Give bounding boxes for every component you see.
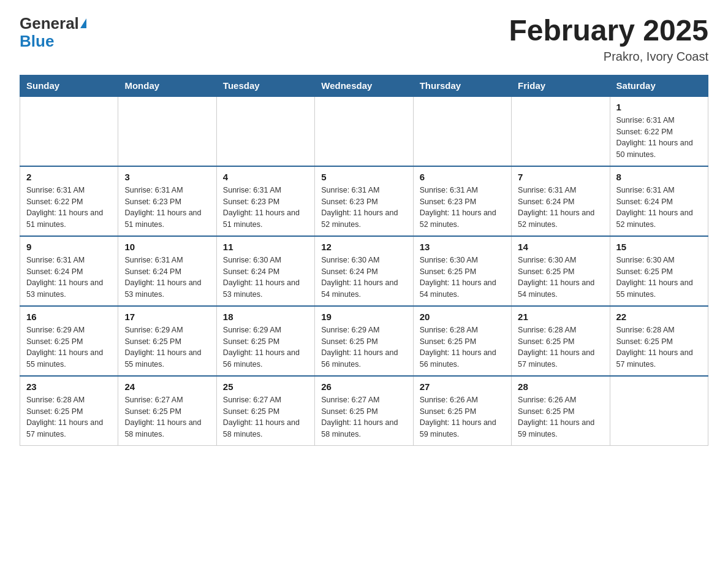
calendar-cell: 13Sunrise: 6:30 AMSunset: 6:25 PMDayligh… xyxy=(413,236,511,306)
calendar-cell: 2Sunrise: 6:31 AMSunset: 6:22 PMDaylight… xyxy=(20,166,118,236)
day-info: Sunrise: 6:29 AMSunset: 6:25 PMDaylight:… xyxy=(26,324,112,370)
day-info: Sunrise: 6:30 AMSunset: 6:24 PMDaylight:… xyxy=(321,255,406,301)
day-number: 17 xyxy=(124,312,210,322)
day-number: 21 xyxy=(518,312,603,322)
calendar-cell xyxy=(216,96,314,166)
logo-general-text: General xyxy=(20,15,79,33)
day-number: 3 xyxy=(124,172,210,182)
day-info: Sunrise: 6:28 AMSunset: 6:25 PMDaylight:… xyxy=(420,324,505,370)
day-number: 10 xyxy=(124,242,210,252)
logo: General Blue xyxy=(20,15,86,50)
day-info: Sunrise: 6:28 AMSunset: 6:25 PMDaylight:… xyxy=(616,324,702,370)
day-info: Sunrise: 6:31 AMSunset: 6:24 PMDaylight:… xyxy=(26,255,112,301)
calendar-cell: 26Sunrise: 6:27 AMSunset: 6:25 PMDayligh… xyxy=(315,376,413,446)
day-number: 20 xyxy=(420,312,505,322)
calendar-cell xyxy=(610,376,708,446)
day-number: 2 xyxy=(26,172,112,182)
day-number: 6 xyxy=(420,172,505,182)
calendar-cell: 8Sunrise: 6:31 AMSunset: 6:24 PMDaylight… xyxy=(610,166,708,236)
day-number: 12 xyxy=(321,242,406,252)
title-area: February 2025 Prakro, Ivory Coast xyxy=(509,15,708,64)
day-number: 26 xyxy=(321,381,406,392)
day-info: Sunrise: 6:31 AMSunset: 6:22 PMDaylight:… xyxy=(26,185,112,231)
calendar-cell: 11Sunrise: 6:30 AMSunset: 6:24 PMDayligh… xyxy=(216,236,314,306)
week-row-2: 9Sunrise: 6:31 AMSunset: 6:24 PMDaylight… xyxy=(20,236,708,306)
day-header-saturday: Saturday xyxy=(610,75,708,96)
calendar-cell: 28Sunrise: 6:26 AMSunset: 6:25 PMDayligh… xyxy=(512,376,610,446)
day-info: Sunrise: 6:31 AMSunset: 6:23 PMDaylight:… xyxy=(321,185,406,231)
calendar-cell xyxy=(315,96,413,166)
day-number: 25 xyxy=(223,381,308,392)
day-number: 18 xyxy=(223,312,308,322)
calendar-cell: 22Sunrise: 6:28 AMSunset: 6:25 PMDayligh… xyxy=(610,306,708,376)
day-info: Sunrise: 6:30 AMSunset: 6:25 PMDaylight:… xyxy=(420,255,505,301)
week-row-4: 23Sunrise: 6:28 AMSunset: 6:25 PMDayligh… xyxy=(20,376,708,446)
calendar-cell: 15Sunrise: 6:30 AMSunset: 6:25 PMDayligh… xyxy=(610,236,708,306)
calendar-cell: 27Sunrise: 6:26 AMSunset: 6:25 PMDayligh… xyxy=(413,376,511,446)
calendar-cell: 23Sunrise: 6:28 AMSunset: 6:25 PMDayligh… xyxy=(20,376,118,446)
day-info: Sunrise: 6:30 AMSunset: 6:25 PMDaylight:… xyxy=(616,255,702,301)
logo-blue-text: Blue xyxy=(20,32,54,50)
day-headers-row: SundayMondayTuesdayWednesdayThursdayFrid… xyxy=(20,75,708,96)
day-info: Sunrise: 6:30 AMSunset: 6:24 PMDaylight:… xyxy=(223,255,308,301)
calendar-title: February 2025 xyxy=(509,15,708,47)
calendar-cell: 17Sunrise: 6:29 AMSunset: 6:25 PMDayligh… xyxy=(118,306,216,376)
week-row-1: 2Sunrise: 6:31 AMSunset: 6:22 PMDaylight… xyxy=(20,166,708,236)
week-row-0: 1Sunrise: 6:31 AMSunset: 6:22 PMDaylight… xyxy=(20,96,708,166)
day-number: 1 xyxy=(616,102,702,112)
calendar-cell xyxy=(118,96,216,166)
day-info: Sunrise: 6:28 AMSunset: 6:25 PMDaylight:… xyxy=(26,394,112,440)
calendar-subtitle: Prakro, Ivory Coast xyxy=(509,50,708,64)
day-info: Sunrise: 6:28 AMSunset: 6:25 PMDaylight:… xyxy=(518,324,603,370)
day-info: Sunrise: 6:29 AMSunset: 6:25 PMDaylight:… xyxy=(124,324,210,370)
day-header-friday: Friday xyxy=(512,75,610,96)
calendar-cell xyxy=(20,96,118,166)
day-info: Sunrise: 6:31 AMSunset: 6:24 PMDaylight:… xyxy=(124,255,210,301)
day-info: Sunrise: 6:26 AMSunset: 6:25 PMDaylight:… xyxy=(420,394,505,440)
day-info: Sunrise: 6:30 AMSunset: 6:25 PMDaylight:… xyxy=(518,255,603,301)
logo-arrow-icon xyxy=(80,18,86,28)
calendar-cell: 3Sunrise: 6:31 AMSunset: 6:23 PMDaylight… xyxy=(118,166,216,236)
day-info: Sunrise: 6:26 AMSunset: 6:25 PMDaylight:… xyxy=(518,394,603,440)
calendar-cell xyxy=(413,96,511,166)
day-number: 13 xyxy=(420,242,505,252)
day-info: Sunrise: 6:31 AMSunset: 6:23 PMDaylight:… xyxy=(420,185,505,231)
day-info: Sunrise: 6:31 AMSunset: 6:23 PMDaylight:… xyxy=(223,185,308,231)
calendar-cell: 25Sunrise: 6:27 AMSunset: 6:25 PMDayligh… xyxy=(216,376,314,446)
day-number: 8 xyxy=(616,172,702,182)
day-header-thursday: Thursday xyxy=(413,75,511,96)
day-header-monday: Monday xyxy=(118,75,216,96)
day-info: Sunrise: 6:29 AMSunset: 6:25 PMDaylight:… xyxy=(223,324,308,370)
day-number: 5 xyxy=(321,172,406,182)
header: General Blue February 2025 Prakro, Ivory… xyxy=(20,15,708,64)
calendar-cell: 5Sunrise: 6:31 AMSunset: 6:23 PMDaylight… xyxy=(315,166,413,236)
day-info: Sunrise: 6:31 AMSunset: 6:23 PMDaylight:… xyxy=(124,185,210,231)
day-number: 9 xyxy=(26,242,112,252)
day-header-sunday: Sunday xyxy=(20,75,118,96)
calendar-cell: 6Sunrise: 6:31 AMSunset: 6:23 PMDaylight… xyxy=(413,166,511,236)
calendar-cell: 9Sunrise: 6:31 AMSunset: 6:24 PMDaylight… xyxy=(20,236,118,306)
calendar-cell xyxy=(512,96,610,166)
day-number: 7 xyxy=(518,172,603,182)
calendar-cell: 18Sunrise: 6:29 AMSunset: 6:25 PMDayligh… xyxy=(216,306,314,376)
day-header-tuesday: Tuesday xyxy=(216,75,314,96)
calendar-cell: 16Sunrise: 6:29 AMSunset: 6:25 PMDayligh… xyxy=(20,306,118,376)
day-info: Sunrise: 6:31 AMSunset: 6:24 PMDaylight:… xyxy=(616,185,702,231)
day-number: 11 xyxy=(223,242,308,252)
calendar-cell: 20Sunrise: 6:28 AMSunset: 6:25 PMDayligh… xyxy=(413,306,511,376)
day-info: Sunrise: 6:27 AMSunset: 6:25 PMDaylight:… xyxy=(321,394,406,440)
calendar-cell: 19Sunrise: 6:29 AMSunset: 6:25 PMDayligh… xyxy=(315,306,413,376)
calendar-cell: 12Sunrise: 6:30 AMSunset: 6:24 PMDayligh… xyxy=(315,236,413,306)
day-number: 16 xyxy=(26,312,112,322)
day-info: Sunrise: 6:31 AMSunset: 6:22 PMDaylight:… xyxy=(616,115,702,161)
day-number: 27 xyxy=(420,381,505,392)
calendar-table: SundayMondayTuesdayWednesdayThursdayFrid… xyxy=(20,75,708,446)
calendar-cell: 24Sunrise: 6:27 AMSunset: 6:25 PMDayligh… xyxy=(118,376,216,446)
day-number: 22 xyxy=(616,312,702,322)
calendar-cell: 7Sunrise: 6:31 AMSunset: 6:24 PMDaylight… xyxy=(512,166,610,236)
calendar-cell: 21Sunrise: 6:28 AMSunset: 6:25 PMDayligh… xyxy=(512,306,610,376)
calendar-cell: 4Sunrise: 6:31 AMSunset: 6:23 PMDaylight… xyxy=(216,166,314,236)
calendar-cell: 14Sunrise: 6:30 AMSunset: 6:25 PMDayligh… xyxy=(512,236,610,306)
calendar-cell: 10Sunrise: 6:31 AMSunset: 6:24 PMDayligh… xyxy=(118,236,216,306)
day-info: Sunrise: 6:29 AMSunset: 6:25 PMDaylight:… xyxy=(321,324,406,370)
